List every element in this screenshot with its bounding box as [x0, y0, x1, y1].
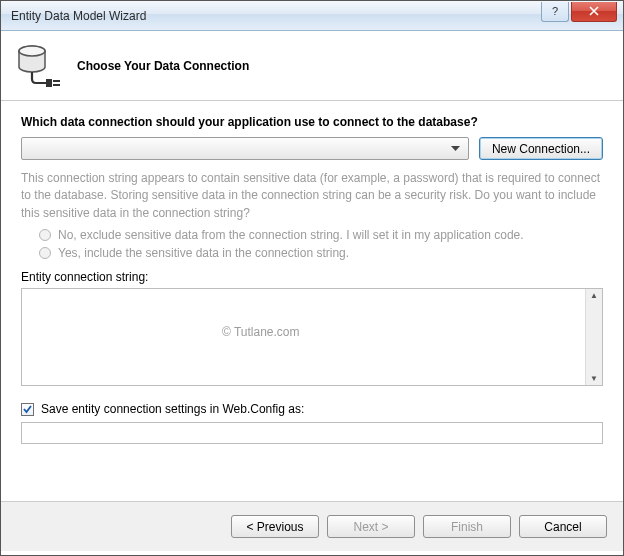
save-settings-label: Save entity connection settings in Web.C…: [41, 402, 304, 416]
save-settings-row: Save entity connection settings in Web.C…: [21, 402, 603, 416]
svg-point-1: [19, 46, 45, 56]
close-icon: [589, 6, 599, 16]
svg-rect-4: [53, 84, 60, 86]
previous-label: < Previous: [246, 520, 303, 534]
wizard-footer: < Previous Next > Finish Cancel: [1, 501, 623, 551]
connection-dropdown[interactable]: [21, 137, 469, 160]
new-connection-button[interactable]: New Connection...: [479, 137, 603, 160]
radio-exclude-sensitive: No, exclude sensitive data from the conn…: [39, 228, 603, 242]
new-connection-label: New Connection...: [492, 142, 590, 156]
chevron-down-icon: [448, 146, 464, 152]
question-icon: ?: [552, 5, 558, 17]
next-button: Next >: [327, 515, 415, 538]
sensitive-data-note: This connection string appears to contai…: [21, 170, 603, 222]
cancel-button[interactable]: Cancel: [519, 515, 607, 538]
previous-button[interactable]: < Previous: [231, 515, 319, 538]
save-settings-checkbox[interactable]: [21, 403, 34, 416]
scroll-up-icon: ▲: [590, 291, 598, 300]
radio-exclude-label: No, exclude sensitive data from the conn…: [58, 228, 524, 242]
radio-icon: [39, 247, 51, 259]
database-connection-icon: [15, 43, 63, 89]
wizard-body: Which data connection should your applic…: [1, 101, 623, 501]
check-icon: [22, 404, 33, 415]
titlebar: Entity Data Model Wizard ?: [1, 1, 623, 31]
entity-string-label: Entity connection string:: [21, 270, 603, 284]
save-as-input[interactable]: [21, 422, 603, 444]
svg-rect-2: [46, 79, 52, 87]
entity-connection-string-box[interactable]: © Tutlane.com ▲ ▼: [21, 288, 603, 386]
connection-prompt: Which data connection should your applic…: [21, 115, 603, 129]
watermark-text: © Tutlane.com: [222, 325, 300, 339]
radio-include-sensitive: Yes, include the sensitive data in the c…: [39, 246, 603, 260]
cancel-label: Cancel: [544, 520, 581, 534]
window-controls: ?: [541, 2, 623, 22]
wizard-header: Choose Your Data Connection: [1, 31, 623, 101]
scrollbar[interactable]: ▲ ▼: [585, 289, 602, 385]
help-button[interactable]: ?: [541, 2, 569, 22]
close-button[interactable]: [571, 2, 617, 22]
radio-include-label: Yes, include the sensitive data in the c…: [58, 246, 349, 260]
radio-icon: [39, 229, 51, 241]
header-title: Choose Your Data Connection: [77, 59, 249, 73]
scroll-down-icon: ▼: [590, 374, 598, 383]
window-title: Entity Data Model Wizard: [11, 9, 541, 23]
finish-label: Finish: [451, 520, 483, 534]
svg-rect-3: [53, 80, 60, 82]
connection-row: New Connection...: [21, 137, 603, 160]
next-label: Next >: [353, 520, 388, 534]
finish-button: Finish: [423, 515, 511, 538]
